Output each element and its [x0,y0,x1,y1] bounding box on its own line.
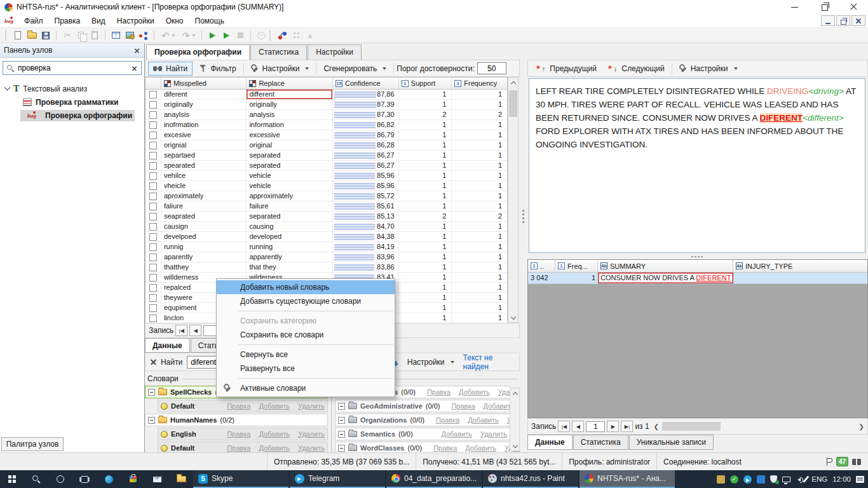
notification-icon[interactable] [856,476,864,483]
row-checkbox[interactable] [149,304,157,312]
volume-icon[interactable] [796,477,800,482]
support-cell[interactable]: 2 [399,110,452,119]
frequency-cell[interactable]: 1 [452,191,507,201]
replace-cell[interactable]: causing [247,222,333,231]
edit-link[interactable]: Правка [451,402,475,410]
support-cell[interactable]: 1 [399,201,452,211]
store-icon[interactable] [121,470,145,488]
generate-button[interactable]: Сгенерировать [319,62,391,75]
menu-item[interactable]: Активные словари [217,381,395,395]
support-cell[interactable]: 2 [399,212,452,221]
close-button[interactable] [839,0,868,14]
misspelled-cell[interactable]: excesive [161,130,247,140]
document-viewer[interactable]: LEFT REAR TIRE COMPLETELY DISINTEGRATED … [529,78,865,253]
injury-type-cell[interactable] [733,273,867,283]
edit-link[interactable]: Правка [227,402,250,410]
confidence-cell[interactable]: 84,70 [333,222,399,231]
dictionaries-scrollbar[interactable] [510,388,520,451]
panel-splitter[interactable] [520,43,527,452]
confidence-cell[interactable]: 85,96 [333,171,399,180]
menu-item[interactable] [238,378,393,379]
confidence-cell[interactable]: 85,96 [333,181,399,191]
tree-root[interactable]: T Текстовый анализ [1,82,143,95]
row-checkbox[interactable] [149,213,157,220]
replace-cell[interactable]: different [247,90,333,99]
confidence-cell[interactable]: 86,82 [333,120,399,130]
row-checkbox[interactable] [149,294,157,302]
image-settings-icon[interactable] [123,29,137,42]
table-row[interactable]: seaprated separated 85,13 2 2 [146,212,507,222]
mdi-minimize-button[interactable] [821,15,835,26]
frequency-cell[interactable]: 1 [452,222,507,231]
menu-item[interactable] [238,311,393,311]
frequency-cell[interactable]: 1 [452,161,507,170]
misspelled-cell[interactable]: inofrmation [161,120,247,130]
run-icon[interactable] [205,29,219,42]
threshold-input[interactable] [477,62,506,74]
menu-item[interactable]: Добавить новый словарь [217,280,395,294]
frequency-cell[interactable]: 1 [452,303,507,313]
replace-cell[interactable]: vehicle [247,171,333,180]
column-header-replace[interactable]: Replace [247,78,333,89]
frequency-cell[interactable]: 1 [452,120,507,130]
taskbar-app-button[interactable]: SSkype [193,470,288,488]
row-checkbox[interactable] [149,152,157,159]
last-record-button[interactable]: ▶| [621,421,633,432]
misspelled-cell[interactable]: causign [161,222,247,231]
row-checkbox[interactable] [149,182,157,190]
taskbar-app-button[interactable]: NHTSA-rus* - Ана... [580,470,675,488]
column-header-summary[interactable]: AbSUMMARY [598,260,733,272]
dictionary-row[interactable]: GeoAdministrative (0/0) Правка Добавить … [335,400,510,412]
misspelled-cell[interactable]: thatthey [161,262,247,272]
table-row[interactable]: vheicle vehicle 85,96 1 1 [146,181,507,191]
confidence-cell[interactable]: 85,72 [333,191,399,201]
misspelled-cell[interactable]: orignial [161,140,247,150]
support-cell[interactable]: 1 [399,252,452,262]
edit-link[interactable]: Правка [433,444,457,452]
grid-scrollbar[interactable] [508,77,519,323]
viewer-settings-button[interactable]: Настройки [675,62,742,75]
confidence-cell[interactable]: 86,79 [333,130,399,140]
tab[interactable]: Данные [527,435,573,450]
misspelled-cell[interactable]: vheicle [161,181,247,191]
replace-cell[interactable]: vehicle [247,181,333,191]
dictionary-row[interactable]: HumanNames (0/2) [145,414,328,426]
pause-icon[interactable] [254,29,268,42]
tab[interactable]: Настройки [308,44,362,60]
frequency-cell[interactable]: 1 [452,242,507,252]
menu-item[interactable]: Файл [18,15,49,27]
table-row[interactable]: aproximately approximately 85,72 1 1 [146,191,507,201]
first-record-button[interactable]: |◀ [175,325,187,336]
edit-link[interactable]: Правка [227,444,250,452]
collapse-icon[interactable] [338,445,345,452]
misspelled-cell[interactable]: aparently [161,252,247,262]
menu-item[interactable]: Помощь [189,15,230,27]
table-row[interactable]: thatthey that they 83,86 1 1 [146,262,507,273]
row-checkbox[interactable] [149,284,157,292]
tab[interactable]: Данные [145,338,190,353]
share-icon[interactable] [137,29,151,42]
scroll-down-button[interactable] [510,441,520,451]
support-cell[interactable]: 1 [399,273,452,282]
support-cell[interactable]: 1 [399,90,452,99]
menu-item[interactable]: Правка [49,15,86,27]
tab[interactable]: Уникальные записи [629,435,714,450]
record-number-input[interactable] [586,421,605,432]
replace-cell[interactable]: apparently [247,252,333,262]
confidence-cell[interactable]: 87,39 [333,100,399,109]
misspelled-cell[interactable]: spearated [161,161,247,170]
copy-icon[interactable] [74,29,88,42]
add-link[interactable]: Добавить [259,430,290,438]
toolbar-grip[interactable] [5,30,7,41]
replace-cell[interactable]: separated [247,151,333,160]
redo-icon[interactable] [178,29,192,42]
support-cell[interactable]: 1 [399,232,452,241]
replace-cell[interactable]: that they [247,262,333,272]
delete-link[interactable]: Удалить [480,430,507,438]
table-row[interactable]: faliure failure 85,61 1 1 [146,201,507,212]
select-all-header[interactable] [146,78,161,89]
scroll-left-button[interactable]: ❮ [654,423,659,430]
task-view-icon[interactable] [72,470,97,488]
scroll-up-button[interactable] [510,388,520,398]
explorer-icon[interactable] [169,470,193,488]
